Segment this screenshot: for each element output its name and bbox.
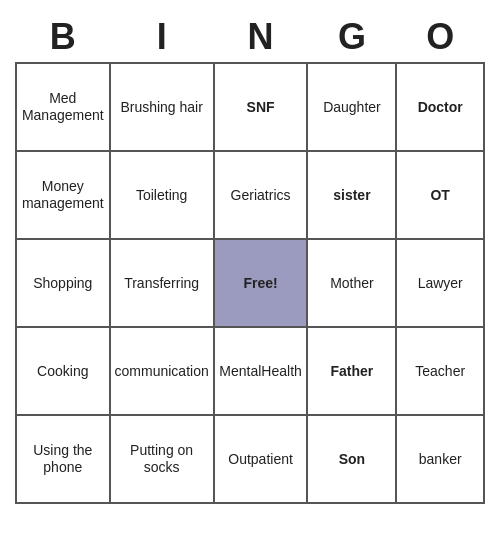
cell-r0-c1: Brushing hair — [110, 63, 214, 151]
cell-r0-c0: Med Management — [16, 63, 110, 151]
bingo-grid: BINGO Med ManagementBrushing hairSNFDaug… — [15, 12, 485, 504]
cell-r3-c0: Cooking — [16, 327, 110, 415]
cell-r3-c2: MentalHealth — [214, 327, 308, 415]
cell-r4-c0: Using the phone — [16, 415, 110, 503]
cell-r4-c2: Outpatient — [214, 415, 308, 503]
cell-r2-c3: Mother — [307, 239, 396, 327]
cell-r4-c1: Putting on socks — [110, 415, 214, 503]
cell-r3-c1: communication — [110, 327, 214, 415]
cell-r2-c1: Transferring — [110, 239, 214, 327]
header-letter-n: N — [214, 12, 308, 63]
cell-r1-c4: OT — [396, 151, 484, 239]
cell-r1-c0: Money management — [16, 151, 110, 239]
cell-r2-c4: Lawyer — [396, 239, 484, 327]
cell-r1-c1: Toileting — [110, 151, 214, 239]
header-letter-g: G — [307, 12, 396, 63]
cell-r4-c3: Son — [307, 415, 396, 503]
cell-r1-c3: sister — [307, 151, 396, 239]
cell-r1-c2: Geriatrics — [214, 151, 308, 239]
cell-r3-c3: Father — [307, 327, 396, 415]
cell-r2-c2: Free! — [214, 239, 308, 327]
cell-r3-c4: Teacher — [396, 327, 484, 415]
header-letter-b: B — [16, 12, 110, 63]
cell-r0-c4: Doctor — [396, 63, 484, 151]
header-letter-o: O — [396, 12, 484, 63]
cell-r4-c4: banker — [396, 415, 484, 503]
cell-r2-c0: Shopping — [16, 239, 110, 327]
header-letter-i: I — [110, 12, 214, 63]
cell-r0-c2: SNF — [214, 63, 308, 151]
cell-r0-c3: Daughter — [307, 63, 396, 151]
